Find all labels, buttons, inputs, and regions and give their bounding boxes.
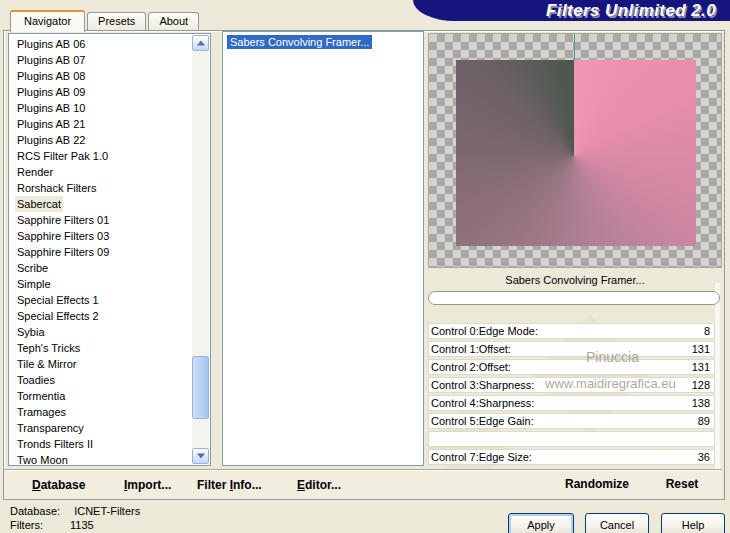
- navigator-item[interactable]: Teph's Tricks: [10, 340, 192, 356]
- navigator-item-label: Sabercat: [15, 196, 63, 212]
- navigator-item[interactable]: Sabercat: [10, 196, 192, 212]
- navigator-item[interactable]: Tramages: [10, 404, 192, 420]
- navigator-item[interactable]: Plugins AB 08: [10, 68, 192, 84]
- title-banner: Filters Unlimited 2.0: [413, 0, 730, 21]
- control-slider[interactable]: Control 5:Edge Gain:89: [428, 413, 715, 429]
- control-sliders: Control 0:Edge Mode:8Control 1:Offset:13…: [428, 323, 715, 467]
- navigator-item[interactable]: Plugins AB 10: [10, 100, 192, 116]
- navigator-item[interactable]: Special Effects 2: [10, 308, 192, 324]
- control-slider[interactable]: Control 0:Edge Mode:8: [428, 323, 715, 339]
- preview-caption: Sabers Convolving Framer...: [428, 274, 722, 286]
- filters-unlimited-window: Filters Unlimited 2.0 NavigatorPresetsAb…: [0, 0, 730, 533]
- navigator-item[interactable]: RCS Filter Pak 1.0: [10, 148, 192, 164]
- navigator-item-label: Sapphire Filters 01: [15, 212, 111, 228]
- status-filters: Filters:1135: [10, 519, 94, 531]
- navigator-item-label: Tile & Mirror: [15, 356, 78, 372]
- navigator-item-label: Special Effects 1: [15, 292, 101, 308]
- control-value: 138: [692, 397, 710, 410]
- navigator-item[interactable]: Transparency: [10, 420, 192, 436]
- navigator-listbox: Plugins AB 06Plugins AB 07Plugins AB 08P…: [8, 33, 211, 466]
- filter-item-label: Sabers Convolving Framer...: [227, 35, 372, 49]
- control-value: 89: [698, 415, 710, 428]
- apply-button[interactable]: Apply: [508, 513, 574, 533]
- reset-button[interactable]: Reset: [657, 477, 707, 491]
- navigator-item-label: Tramages: [15, 404, 68, 420]
- navigator-item[interactable]: Plugins AB 06: [10, 36, 192, 52]
- filter-listbox: Sabers Convolving Framer...: [222, 31, 424, 466]
- navigator-item-label: Plugins AB 22: [15, 132, 88, 148]
- navigator-item[interactable]: Toadies: [10, 372, 192, 388]
- navigator-item[interactable]: Rorshack Filters: [10, 180, 192, 196]
- navigator-item-label: Transparency: [15, 420, 86, 436]
- toolbar-editor[interactable]: Editor...: [297, 478, 341, 492]
- navigator-item[interactable]: Render: [10, 164, 192, 180]
- tab-about[interactable]: About: [148, 12, 199, 30]
- preview-area: [428, 33, 722, 268]
- scroll-up-button[interactable]: [192, 35, 209, 51]
- scroll-up-icon: [197, 41, 205, 46]
- navigator-item-label: Toadies: [15, 372, 57, 388]
- navigator-item[interactable]: Sapphire Filters 01: [10, 212, 192, 228]
- navigator-item-label: Plugins AB 07: [15, 52, 88, 68]
- filter-item[interactable]: Sabers Convolving Framer...: [227, 34, 372, 50]
- control-label: Control 0:Edge Mode:: [431, 325, 538, 338]
- navigator-item-label: Sapphire Filters 09: [15, 244, 111, 260]
- control-slider[interactable]: Control 1:Offset:131: [428, 341, 715, 357]
- control-slider[interactable]: Control 4:Sharpness:138: [428, 395, 715, 411]
- control-label: Control 3:Sharpness:: [431, 379, 534, 392]
- watermark-text: www.maidiregrafica.eu: [545, 376, 676, 391]
- control-label: Control 5:Edge Gain:: [431, 415, 534, 428]
- navigator-item[interactable]: Plugins AB 22: [10, 132, 192, 148]
- status-database: Database:ICNET-Filters: [10, 505, 140, 517]
- control-slider[interactable]: [428, 431, 715, 447]
- navigator-item[interactable]: Tormentia: [10, 388, 192, 404]
- navigator-item[interactable]: Plugins AB 21: [10, 116, 192, 132]
- tab-navigator[interactable]: Navigator: [10, 10, 85, 32]
- navigator-item[interactable]: Sybia: [10, 324, 192, 340]
- navigator-item[interactable]: Sapphire Filters 03: [10, 228, 192, 244]
- navigator-item[interactable]: Special Effects 1: [10, 292, 192, 308]
- navigator-item-label: Plugins AB 08: [15, 68, 88, 84]
- navigator-item-label: Tronds Filters II: [15, 436, 95, 452]
- navigator-item-label: Plugins AB 09: [15, 84, 88, 100]
- navigator-item[interactable]: Plugins AB 07: [10, 52, 192, 68]
- control-label: Control 4:Sharpness:: [431, 397, 534, 410]
- scrollbar-thumb[interactable]: [192, 356, 209, 419]
- navigator-item-label: Sybia: [15, 324, 47, 340]
- randomize-button[interactable]: Randomize: [552, 477, 642, 491]
- help-button[interactable]: Help: [661, 513, 725, 533]
- control-slider[interactable]: Control 7:Edge Size:36: [428, 449, 715, 465]
- status-filters-label: Filters:: [10, 519, 43, 531]
- navigator-item[interactable]: Simple: [10, 276, 192, 292]
- toolbar-database[interactable]: Database: [32, 478, 85, 492]
- navigator-item[interactable]: Scribe: [10, 260, 192, 276]
- navigator-item-label: Plugins AB 06: [15, 36, 88, 52]
- control-value: 131: [692, 343, 710, 356]
- control-slider[interactable]: Control 2:Offset:131: [428, 359, 715, 375]
- navigator-item-label: Sapphire Filters 03: [15, 228, 111, 244]
- navigator-item-label: Rorshack Filters: [15, 180, 98, 196]
- control-value: 36: [698, 451, 710, 464]
- toolbar-import[interactable]: Import...: [124, 478, 171, 492]
- toolbar-filter-info[interactable]: Filter Info...: [197, 478, 262, 492]
- tab-bar: NavigatorPresetsAbout: [10, 8, 199, 31]
- navigator-item[interactable]: Sapphire Filters 09: [10, 244, 192, 260]
- navigator-item[interactable]: Tile & Mirror: [10, 356, 192, 372]
- control-value: 128: [692, 379, 710, 392]
- navigator-item-label: Tormentia: [15, 388, 67, 404]
- navigator-item[interactable]: Plugins AB 09: [10, 84, 192, 100]
- preview-image: [456, 60, 696, 246]
- navigator-item-label: RCS Filter Pak 1.0: [15, 148, 110, 164]
- control-label: Control 1:Offset:: [431, 343, 511, 356]
- control-value: 8: [704, 325, 710, 338]
- control-label: Control 7:Edge Size:: [431, 451, 532, 464]
- tab-presets[interactable]: Presets: [87, 12, 146, 30]
- control-value: 131: [692, 361, 710, 374]
- navigator-item-label: Plugins AB 21: [15, 116, 88, 132]
- navigator-item[interactable]: Two Moon: [10, 452, 192, 468]
- navigator-items: Plugins AB 06Plugins AB 07Plugins AB 08P…: [10, 36, 192, 468]
- scroll-down-button[interactable]: [192, 448, 209, 464]
- navigator-item[interactable]: Tronds Filters II: [10, 436, 192, 452]
- scroll-down-icon: [197, 454, 205, 459]
- cancel-button[interactable]: Cancel: [585, 513, 649, 533]
